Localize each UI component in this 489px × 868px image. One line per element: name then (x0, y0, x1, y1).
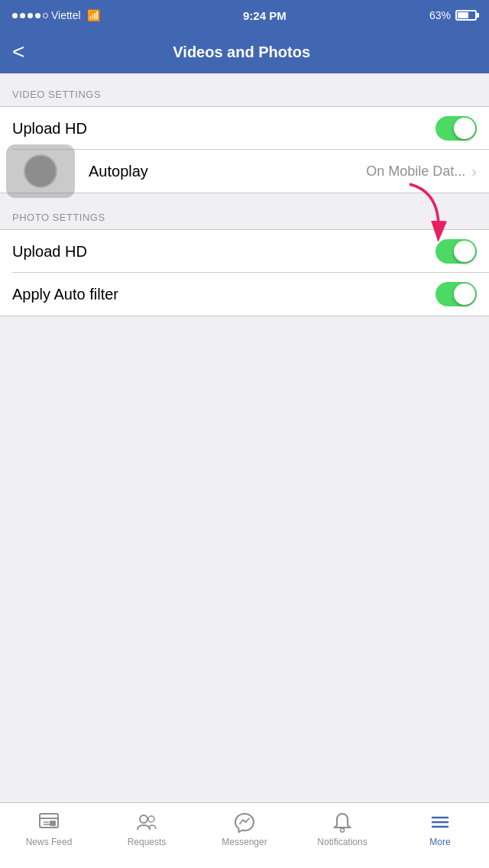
more-icon (429, 811, 452, 834)
status-right: 63% (429, 9, 477, 21)
requests-icon (135, 811, 158, 834)
apply-auto-filter-toggle[interactable] (436, 282, 477, 306)
tab-item-requests[interactable]: Requests (98, 811, 196, 847)
messenger-icon (233, 811, 256, 834)
tooltip-circle (24, 154, 57, 188)
status-left: Viettel 📶 (12, 9, 100, 21)
battery-fill (458, 12, 468, 18)
status-bar: Viettel 📶 9:24 PM 63% (0, 0, 489, 31)
svg-point-6 (140, 815, 147, 823)
apply-auto-filter-toggle-thumb (454, 283, 475, 305)
photo-settings-group: Upload HD Apply Auto filter (0, 229, 489, 316)
dot-1 (12, 13, 18, 18)
notifications-icon (331, 811, 354, 834)
photo-section-wrapper: PHOTO SETTINGS Upload HD (0, 193, 489, 316)
photo-upload-hd-row: Upload HD (0, 230, 489, 273)
news-feed-icon (37, 811, 60, 834)
wifi-icon: 📶 (87, 9, 100, 21)
news-feed-label: News Feed (26, 837, 73, 847)
dot-3 (28, 13, 33, 18)
status-time: 9:24 PM (243, 9, 287, 22)
more-label: More (429, 837, 450, 847)
photo-settings-header: PHOTO SETTINGS (0, 193, 489, 229)
photo-upload-hd-toggle-thumb (454, 241, 475, 262)
autoplay-tooltip (6, 144, 75, 198)
video-upload-hd-label: Upload HD (12, 120, 87, 138)
signal-dots (12, 13, 48, 18)
dot-5 (43, 13, 48, 18)
svg-rect-5 (50, 821, 56, 826)
dot-4 (35, 13, 40, 18)
video-settings-header: VIDEO SETTINGS (0, 73, 489, 106)
video-settings-group: Upload HD Autoplay On Mobile Dat... › (0, 106, 489, 193)
battery-percent: 63% (429, 9, 451, 21)
tab-item-more[interactable]: More (391, 811, 489, 847)
requests-label: Requests (128, 837, 167, 847)
svg-point-8 (341, 828, 345, 832)
carrier-name: Viettel (51, 9, 81, 21)
messenger-label: Messenger (222, 837, 267, 847)
video-upload-hd-toggle[interactable] (436, 116, 477, 141)
page-title: Videos and Photos (37, 44, 446, 61)
svg-point-7 (148, 816, 154, 822)
autoplay-value: On Mobile Dat... (366, 164, 465, 180)
photo-upload-hd-label: Upload HD (12, 243, 87, 261)
apply-auto-filter-row: Apply Auto filter (0, 273, 489, 316)
tab-item-news-feed[interactable]: News Feed (0, 811, 98, 847)
autoplay-right: On Mobile Dat... › (366, 163, 477, 180)
nav-bar: < Videos and Photos (0, 31, 489, 73)
tab-item-messenger[interactable]: Messenger (196, 811, 293, 847)
tab-item-notifications[interactable]: Notifications (293, 811, 391, 847)
battery-icon (455, 10, 477, 21)
photo-upload-hd-toggle[interactable] (436, 239, 477, 264)
autoplay-chevron: › (471, 163, 477, 180)
notifications-label: Notifications (317, 837, 367, 847)
apply-auto-filter-label: Apply Auto filter (12, 286, 118, 303)
video-upload-hd-toggle-thumb (454, 118, 475, 139)
content-area: VIDEO SETTINGS Upload HD Autoplay On Mob… (0, 73, 489, 316)
back-button[interactable]: < (12, 41, 24, 63)
dot-2 (20, 13, 25, 18)
video-upload-hd-row: Upload HD (0, 107, 489, 150)
tab-bar: News Feed Requests Messenger (0, 802, 489, 868)
autoplay-label: Autoplay (89, 163, 148, 180)
autoplay-row[interactable]: Autoplay On Mobile Dat... › (0, 150, 489, 193)
